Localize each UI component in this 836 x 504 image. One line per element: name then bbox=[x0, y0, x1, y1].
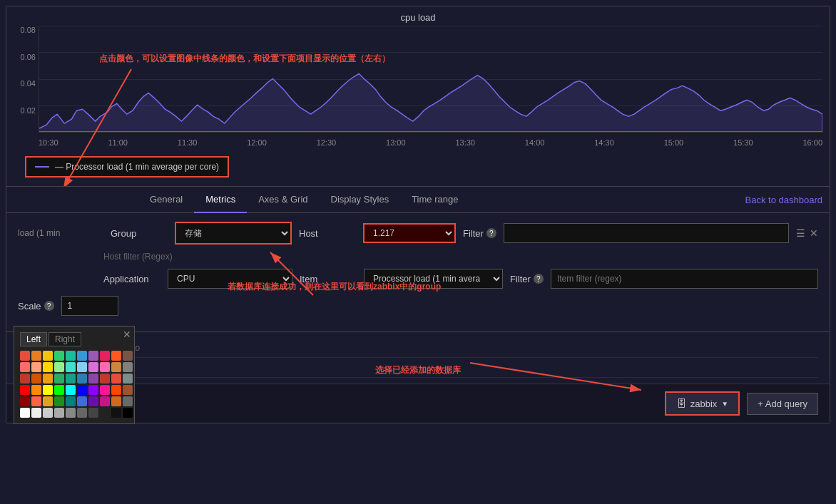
color-swatch[interactable] bbox=[123, 362, 133, 372]
add-query-button[interactable]: + Add query bbox=[747, 393, 818, 415]
color-swatch[interactable] bbox=[43, 351, 53, 361]
item-select[interactable]: Processor load (1 min avera bbox=[364, 269, 503, 289]
color-swatch[interactable] bbox=[43, 385, 53, 395]
application-select[interactable]: CPU bbox=[168, 269, 292, 289]
menu-icon[interactable]: ☰ bbox=[796, 227, 805, 239]
legend-item[interactable]: — Processor load (1 min average per core… bbox=[25, 156, 229, 178]
color-swatch[interactable] bbox=[20, 408, 30, 418]
color-swatch[interactable] bbox=[88, 396, 98, 406]
color-swatch[interactable] bbox=[77, 351, 87, 361]
color-swatch[interactable] bbox=[31, 374, 41, 384]
color-swatch[interactable] bbox=[88, 385, 98, 395]
item-filter-input[interactable] bbox=[551, 269, 818, 289]
color-swatch[interactable] bbox=[54, 385, 64, 395]
item-filter-help-icon[interactable]: ? bbox=[534, 274, 544, 284]
item-label: Item bbox=[300, 274, 357, 284]
color-swatch[interactable] bbox=[111, 351, 121, 361]
host-select[interactable]: 1.217 bbox=[363, 223, 456, 243]
color-swatch[interactable] bbox=[111, 396, 121, 406]
color-swatch[interactable] bbox=[43, 362, 53, 372]
tab-general[interactable]: General bbox=[138, 187, 194, 213]
tab-time-range[interactable]: Time range bbox=[400, 187, 469, 213]
color-swatch[interactable] bbox=[20, 362, 30, 372]
form-area: load (1 min Group 存储 Host 1.217 Filter ? bbox=[6, 213, 830, 331]
tab-display-styles[interactable]: Display Styles bbox=[320, 187, 401, 213]
color-swatch[interactable] bbox=[66, 385, 76, 395]
color-swatch[interactable] bbox=[20, 374, 30, 384]
zabbix-label: zabbix bbox=[690, 398, 718, 409]
form-row-host-filter: Host filter (Regex) bbox=[18, 252, 818, 262]
group-label: Group bbox=[111, 228, 168, 239]
y-label-3: 0.04 bbox=[21, 79, 36, 88]
color-swatch[interactable] bbox=[66, 362, 76, 372]
tab-left[interactable]: Left bbox=[20, 332, 47, 346]
color-swatch[interactable] bbox=[100, 351, 110, 361]
filter-help-icon[interactable]: ? bbox=[486, 228, 496, 238]
color-swatch[interactable] bbox=[88, 374, 98, 384]
color-swatch[interactable] bbox=[111, 385, 121, 395]
chart-plot bbox=[39, 26, 822, 133]
color-swatch[interactable] bbox=[111, 408, 121, 418]
color-swatch[interactable] bbox=[111, 362, 121, 372]
x-label-8: 14:00 bbox=[525, 138, 545, 147]
color-swatch[interactable] bbox=[31, 362, 41, 372]
color-swatch[interactable] bbox=[43, 374, 53, 384]
color-swatch[interactable] bbox=[77, 362, 87, 372]
color-swatch[interactable] bbox=[88, 362, 98, 372]
color-swatch[interactable] bbox=[100, 362, 110, 372]
color-swatch[interactable] bbox=[77, 374, 87, 384]
color-swatch[interactable] bbox=[31, 385, 41, 395]
scale-input[interactable] bbox=[61, 296, 118, 316]
color-swatch[interactable] bbox=[20, 351, 30, 361]
color-swatch[interactable] bbox=[123, 396, 133, 406]
color-swatch[interactable] bbox=[77, 385, 87, 395]
color-swatch[interactable] bbox=[66, 396, 76, 406]
scale-row: Scale ? bbox=[18, 296, 818, 316]
color-swatch[interactable] bbox=[77, 396, 87, 406]
color-swatch[interactable] bbox=[54, 362, 64, 372]
y-label-2: 0.06 bbox=[21, 53, 36, 61]
chevron-down-icon: ▼ bbox=[721, 400, 728, 408]
color-swatch[interactable] bbox=[100, 408, 110, 418]
color-swatch[interactable] bbox=[20, 385, 30, 395]
color-swatch[interactable] bbox=[77, 408, 87, 418]
x-label-10: 15:00 bbox=[664, 138, 684, 147]
color-swatch[interactable] bbox=[54, 351, 64, 361]
tab-axes-grid[interactable]: Axes & Grid bbox=[247, 187, 319, 213]
color-swatch[interactable] bbox=[31, 408, 41, 418]
legend-label: — Processor load (1 min average per core… bbox=[55, 162, 219, 172]
color-swatch[interactable] bbox=[66, 351, 76, 361]
color-picker-tabs: Left Right bbox=[20, 332, 128, 346]
scale-help-icon[interactable]: ? bbox=[44, 301, 54, 311]
color-swatch[interactable] bbox=[43, 396, 53, 406]
filter-input-1[interactable] bbox=[504, 223, 789, 243]
host-filter-label: Host filter (Regex) bbox=[103, 252, 173, 262]
color-swatch[interactable] bbox=[54, 374, 64, 384]
color-swatch[interactable] bbox=[123, 374, 133, 384]
max-data-info-row: ℹ max data points bbox=[18, 358, 818, 378]
color-swatch[interactable] bbox=[66, 408, 76, 418]
color-swatch[interactable] bbox=[66, 374, 76, 384]
color-swatch[interactable] bbox=[123, 408, 133, 418]
color-swatch[interactable] bbox=[88, 351, 98, 361]
color-swatch[interactable] bbox=[100, 396, 110, 406]
color-swatch[interactable] bbox=[100, 385, 110, 395]
color-swatch[interactable] bbox=[20, 396, 30, 406]
color-swatch[interactable] bbox=[54, 408, 64, 418]
close-color-picker[interactable]: ✕ bbox=[123, 329, 131, 339]
color-swatch[interactable] bbox=[31, 351, 41, 361]
delete-icon[interactable]: ✕ bbox=[810, 227, 818, 239]
tab-metrics[interactable]: Metrics bbox=[194, 187, 247, 213]
color-swatch[interactable] bbox=[43, 408, 53, 418]
color-swatch[interactable] bbox=[111, 374, 121, 384]
group-select[interactable]: 存储 bbox=[176, 223, 290, 243]
color-swatch[interactable] bbox=[31, 396, 41, 406]
color-swatch[interactable] bbox=[123, 385, 133, 395]
zabbix-button[interactable]: 🗄 zabbix ▼ bbox=[665, 391, 740, 416]
color-swatch[interactable] bbox=[100, 374, 110, 384]
tab-right[interactable]: Right bbox=[49, 332, 81, 346]
color-swatch[interactable] bbox=[123, 351, 133, 361]
back-to-dashboard[interactable]: Back to dashboard bbox=[745, 195, 822, 205]
color-swatch[interactable] bbox=[88, 408, 98, 418]
color-swatch[interactable] bbox=[54, 396, 64, 406]
